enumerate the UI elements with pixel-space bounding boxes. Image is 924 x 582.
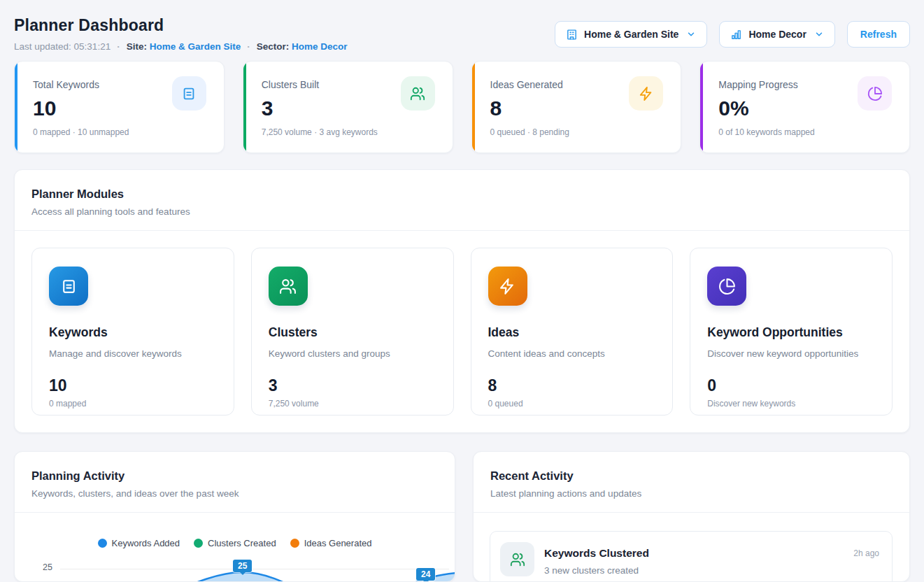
sector-link[interactable]: Home Decor <box>292 41 348 52</box>
module-value: 0 <box>707 376 875 395</box>
module-card-ideas[interactable]: Ideas Content ideas and concepts 8 0 que… <box>471 248 674 416</box>
last-updated-text: Last updated: 05:31:21 <box>14 41 111 52</box>
module-title: Keyword Opportunities <box>707 325 875 340</box>
planner-modules-subtitle: Access all planning tools and features <box>31 206 893 217</box>
header-left: Planner Dashboard Last updated: 05:31:21… <box>14 10 348 52</box>
stat-detail: 0 queued · 8 pending <box>490 127 664 137</box>
planning-activity-subtitle: Keywords, clusters, and ideas over the p… <box>31 488 438 499</box>
site-link[interactable]: Home & Garden Site <box>150 41 241 52</box>
planner-modules-title: Planner Modules <box>31 187 893 201</box>
recent-activity-header: Recent Activity Latest planning actions … <box>474 452 909 512</box>
planning-activity-title: Planning Activity <box>31 469 438 483</box>
module-title: Ideas <box>488 325 656 340</box>
sector-selector-dropdown[interactable]: Home Decor <box>719 21 834 48</box>
module-card-keywords[interactable]: Keywords Manage and discover keywords 10… <box>31 248 234 416</box>
module-card-clusters[interactable]: Clusters Keyword clusters and groups 3 7… <box>251 248 454 416</box>
stat-card-total-keywords: Total Keywords 10 0 mapped · 10 unmapped <box>14 61 225 153</box>
recent-activity-subtitle: Latest planning actions and updates <box>490 488 893 499</box>
page-title: Planner Dashboard <box>14 16 348 35</box>
module-detail: 0 mapped <box>49 399 217 409</box>
chevron-down-icon <box>814 29 824 39</box>
sector-selector-label: Home Decor <box>748 29 806 40</box>
site-selector-label: Home & Garden Site <box>584 29 678 40</box>
legend-label: Clusters Created <box>208 538 276 548</box>
stat-card-ideas-generated: Ideas Generated 8 0 queued · 8 pending <box>471 61 682 153</box>
planner-modules-header: Planner Modules Access all planning tool… <box>15 170 909 230</box>
planner-modules-panel: Planner Modules Access all planning tool… <box>14 169 910 433</box>
data-label-25: 25 <box>233 560 252 572</box>
building-icon <box>566 29 578 41</box>
recent-activity-panel: Recent Activity Latest planning actions … <box>473 451 910 582</box>
lightning-icon <box>629 76 663 111</box>
legend-label: Keywords Added <box>112 538 180 548</box>
modules-grid: Keywords Manage and discover keywords 10… <box>15 231 909 432</box>
users-icon <box>269 267 308 306</box>
module-value: 8 <box>488 376 656 395</box>
module-card-keyword-opportunities[interactable]: Keyword Opportunities Discover new keywo… <box>690 248 893 416</box>
legend-dot <box>194 539 203 548</box>
stat-card-clusters-built: Clusters Built 3 7,250 volume · 3 avg ke… <box>243 61 453 153</box>
meta-separator: · <box>117 41 120 52</box>
refresh-button[interactable]: Refresh <box>847 21 910 48</box>
activity-title: Keywords Clustered <box>544 547 649 560</box>
module-detail: 7,250 volume <box>269 399 436 409</box>
stat-detail: 0 of 10 keywords mapped <box>718 127 893 137</box>
pie-chart-icon <box>707 267 746 306</box>
legend-dot <box>290 539 299 548</box>
data-label-24: 24 <box>416 568 435 581</box>
planner-dashboard-page: Planner Dashboard Last updated: 05:31:21… <box>0 0 924 582</box>
recent-activity-title: Recent Activity <box>490 469 893 483</box>
module-description: Discover new keyword opportunities <box>707 348 875 359</box>
activity-area-chart: 25 25 24 <box>15 550 455 581</box>
module-detail: Discover new keywords <box>707 399 875 409</box>
page-header: Planner Dashboard Last updated: 05:31:21… <box>14 10 910 52</box>
document-icon <box>172 76 206 111</box>
legend-item-clusters-created[interactable]: Clusters Created <box>194 538 276 548</box>
stat-cards-row: Total Keywords 10 0 mapped · 10 unmapped… <box>14 61 910 153</box>
module-value: 10 <box>49 376 217 395</box>
lightning-icon <box>488 267 527 306</box>
legend-item-keywords-added[interactable]: Keywords Added <box>98 538 180 548</box>
sector-meta: Sector: Home Decor <box>257 41 348 52</box>
module-description: Content ideas and concepts <box>488 348 656 359</box>
meta-separator: · <box>247 41 250 52</box>
planning-activity-header: Planning Activity Keywords, clusters, an… <box>15 452 455 512</box>
module-title: Keywords <box>49 325 217 340</box>
users-icon <box>401 76 435 111</box>
chevron-down-icon <box>686 29 696 39</box>
pie-chart-icon <box>858 76 892 111</box>
stat-card-mapping-progress: Mapping Progress 0% 0 of 10 keywords map… <box>699 61 910 153</box>
module-description: Manage and discover keywords <box>49 348 217 359</box>
divider <box>15 512 455 513</box>
module-detail: 0 queued <box>488 399 656 409</box>
activity-item-keywords-clustered: Keywords Clustered 3 new clusters create… <box>490 531 893 582</box>
bottom-row: Planning Activity Keywords, clusters, an… <box>14 451 910 582</box>
legend-item-ideas-generated[interactable]: Ideas Generated <box>290 538 372 548</box>
stat-detail: 0 mapped · 10 unmapped <box>33 127 207 137</box>
header-meta-row: Last updated: 05:31:21 · Site: Home & Ga… <box>14 41 348 52</box>
module-title: Clusters <box>269 325 436 340</box>
activity-timestamp: 2h ago <box>853 548 879 558</box>
module-value: 3 <box>269 376 436 395</box>
document-icon <box>49 267 88 306</box>
stat-detail: 7,250 volume · 3 avg keywords <box>262 127 436 137</box>
module-description: Keyword clusters and groups <box>269 348 436 359</box>
header-controls: Home & Garden Site Home Decor Refresh <box>555 21 910 48</box>
site-selector-dropdown[interactable]: Home & Garden Site <box>555 21 707 48</box>
planning-activity-panel: Planning Activity Keywords, clusters, an… <box>14 451 455 582</box>
users-icon <box>500 542 534 576</box>
bar-chart-icon <box>730 29 742 41</box>
legend-dot <box>98 539 107 548</box>
legend-label: Ideas Generated <box>304 538 372 548</box>
divider <box>474 512 909 513</box>
activity-description: 3 new clusters created <box>544 565 639 576</box>
chart-legend: Keywords Added Clusters Created Ideas Ge… <box>15 538 455 548</box>
site-meta: Site: Home & Garden Site <box>127 41 241 52</box>
